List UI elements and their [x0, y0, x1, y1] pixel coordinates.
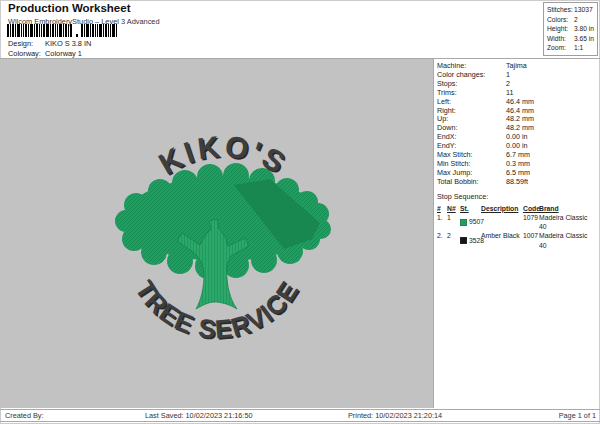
stitch-preview-canvas: KIKO'S KIKO'S TREE SERVICE TREE SERVICE: [0, 59, 433, 408]
stop-row-description: [481, 213, 523, 231]
stat-label: Width:: [547, 34, 574, 44]
machine-value: 88.59ft: [506, 178, 596, 187]
machine-value: 2: [506, 80, 596, 89]
stop-sequence-title: Stop Sequence:: [437, 192, 596, 201]
thread-color-swatch: [460, 219, 467, 226]
summary-stats-box: Stitches:13037 Colors:2 Height:3.80 in W…: [543, 2, 598, 56]
design-barcode: [7, 24, 120, 38]
stop-row-thread: 9507: [460, 213, 481, 231]
col-header-brand: Brand: [539, 204, 596, 213]
stop-row-code: 1007: [523, 231, 539, 249]
footer: Created By: Last Saved: 10/02/2023 21:16…: [0, 409, 600, 422]
colorway-row: Colorway: Colorway 1: [8, 49, 82, 58]
stop-row-brand: Madeira Classic 40: [539, 213, 596, 231]
logo-artwork: KIKO'S KIKO'S TREE SERVICE TREE SERVICE: [0, 59, 433, 408]
stop-row-brand: Madeira Classic 40: [539, 231, 596, 249]
col-header-st: St.: [460, 204, 481, 213]
machine-value: Tajima: [506, 62, 596, 71]
created-by-label: Created By:: [5, 411, 44, 420]
machine-info-panel: Machine:Tajima Color changes:1 Stops:2 T…: [433, 59, 598, 408]
production-worksheet-page: Production Worksheet Wilcom EmbroiderySt…: [0, 0, 600, 424]
stat-value: 2: [574, 15, 597, 25]
stop-row-n: 2: [447, 231, 460, 249]
stat-label: Height:: [547, 24, 574, 34]
col-header-code: Code: [523, 204, 539, 213]
stat-value: 1:1: [574, 43, 597, 53]
col-header-description: Description: [481, 204, 523, 213]
design-label: Design:: [8, 39, 45, 48]
stat-value: 13037: [574, 5, 597, 15]
thread-color-swatch: [460, 237, 467, 244]
main-area: KIKO'S KIKO'S TREE SERVICE TREE SERVICE …: [0, 59, 600, 408]
col-header-n: N#: [447, 204, 460, 213]
colorway-label: Colorway:: [8, 49, 45, 58]
machine-value: 1: [506, 71, 596, 80]
stop-row-num: 2.: [437, 231, 447, 249]
stat-label: Colors:: [547, 15, 574, 25]
col-header-num: #: [437, 204, 447, 213]
stop-row-thread: 3528: [460, 231, 481, 249]
printed-text: Printed: 10/02/2023 21:20:14: [348, 411, 442, 420]
colorway-value: Colorway 1: [45, 49, 82, 58]
stat-label: Zoom:: [547, 43, 574, 53]
machine-label: Total Bobbin:: [437, 178, 506, 187]
stat-label: Stitches:: [547, 5, 574, 15]
page-number: Page 1 of 1: [559, 411, 596, 420]
stop-row-description: Amber Black: [481, 231, 523, 249]
design-name-row: Design: KIKO S 3.8 IN: [8, 39, 91, 48]
stop-row-code: 1079: [523, 213, 539, 231]
stat-value: 3.65 in: [574, 34, 597, 44]
stop-sequence-table: # N# St. Description Code Brand 1. 1 950…: [437, 204, 596, 250]
stat-value: 3.80 in: [574, 24, 597, 34]
header: Production Worksheet Wilcom EmbroiderySt…: [0, 0, 600, 58]
stop-row-num: 1.: [437, 213, 447, 231]
last-saved-text: Last Saved: 10/02/2023 21:16:50: [145, 411, 253, 420]
design-value: KIKO S 3.8 IN: [45, 39, 91, 48]
page-title: Production Worksheet: [8, 2, 130, 14]
stop-row-n: 1: [447, 213, 460, 231]
stop-sequence-section: Stop Sequence: # N# St. Description Code…: [437, 192, 596, 250]
